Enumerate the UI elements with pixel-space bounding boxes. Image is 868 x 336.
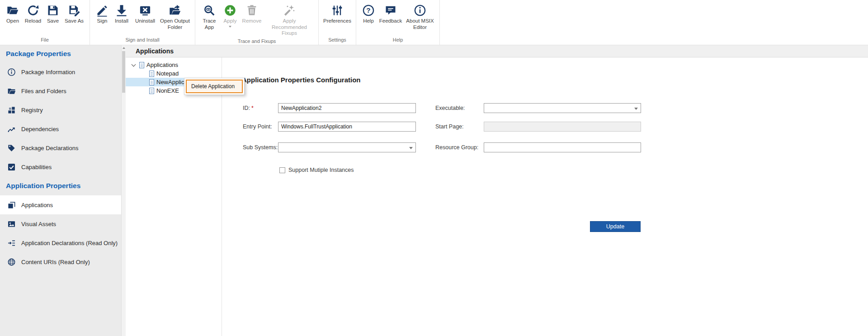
save-button[interactable]: Save xyxy=(44,2,61,25)
apply-button[interactable]: Apply xyxy=(221,2,240,28)
sidebar-item-registry[interactable]: Registry xyxy=(0,100,121,119)
apply-plus-icon xyxy=(224,3,236,18)
sidebar-item-visual-assets[interactable]: Visual Assets xyxy=(0,214,121,233)
install-button[interactable]: Install xyxy=(112,2,132,25)
page-title: Applications xyxy=(136,47,174,55)
about-msix-editor-button[interactable]: About MSIX Editor xyxy=(404,2,436,31)
sidebar-item-dependencies[interactable]: Dependencies xyxy=(0,119,121,138)
app-windows-icon xyxy=(7,201,16,209)
start-page-input xyxy=(484,122,641,132)
navigation-sidebar: Package Properties Package Information F… xyxy=(0,45,121,336)
sidebar-item-label: Package Information xyxy=(21,69,75,76)
feedback-button[interactable]: Feedback xyxy=(378,2,403,25)
button-label: Feedback xyxy=(379,18,402,24)
support-multiple-instances-checkbox[interactable] xyxy=(279,167,285,173)
resource-group-input[interactable] xyxy=(484,142,641,152)
list-arrow-icon xyxy=(7,239,16,247)
executable-dropdown[interactable] xyxy=(484,103,641,113)
uninstall-x-icon xyxy=(139,3,151,18)
open-button[interactable]: Open xyxy=(4,2,22,25)
ribbon-group-label: Trace and Fixups xyxy=(195,38,318,46)
ribbon-group-help: ? Help Feedback About MSIX Editor Help xyxy=(356,0,440,45)
open-folder-icon xyxy=(6,3,19,18)
required-asterisk: * xyxy=(251,105,254,111)
button-label: Remove xyxy=(242,18,262,24)
uninstall-button[interactable]: Uninstall xyxy=(132,2,158,25)
form-title: Application Properties Configuration xyxy=(242,76,361,84)
sidebar-item-applications[interactable]: Applications xyxy=(0,195,121,214)
id-label: ID:* xyxy=(243,103,254,113)
chevron-down-icon xyxy=(409,147,413,149)
info-circle-icon xyxy=(7,68,16,76)
scrollbar-up-arrow[interactable] xyxy=(122,45,126,51)
chevron-down-icon[interactable] xyxy=(132,62,136,66)
id-input[interactable] xyxy=(278,103,416,113)
sidebar-item-label: Applications xyxy=(21,202,53,208)
context-menu-item-delete-application[interactable]: Delete Application xyxy=(186,80,243,93)
image-icon xyxy=(7,220,16,228)
document-icon xyxy=(149,88,154,94)
save-as-icon xyxy=(68,3,80,18)
sidebar-item-package-declarations[interactable]: Package Declarations xyxy=(0,138,121,157)
reload-button[interactable]: Reload xyxy=(23,2,43,25)
sub-systems-label: Sub Systems: xyxy=(243,142,278,152)
ribbon-group-file: Open Reload Save Save As File xyxy=(0,0,90,45)
help-button[interactable]: ? Help xyxy=(360,2,377,25)
application-properties-form: Application Properties Configuration ID:… xyxy=(222,57,868,336)
chevron-down-icon xyxy=(229,26,231,28)
resource-group-label: Resource Group: xyxy=(435,142,478,152)
remove-button[interactable]: Remove xyxy=(241,2,263,25)
tag-icon xyxy=(7,144,16,152)
info-circle-icon xyxy=(414,3,426,18)
sidebar-item-content-uris[interactable]: Content URIs (Read Only) xyxy=(0,252,121,271)
tree-item-applications-root[interactable]: Applications xyxy=(126,61,222,69)
context-menu: Delete Application xyxy=(184,78,245,95)
update-button[interactable]: Update xyxy=(590,221,641,232)
save-as-button[interactable]: Save As xyxy=(62,2,86,25)
button-label: Install xyxy=(115,18,128,24)
sidebar-item-label: Content URIs (Read Only) xyxy=(21,259,90,265)
button-label: Save As xyxy=(65,18,84,24)
sidebar-item-label: Registry xyxy=(21,107,43,114)
ribbon-group-label: Sign and Install xyxy=(90,36,195,45)
button-label: About MSIX Editor xyxy=(405,18,435,30)
entry-point-input[interactable] xyxy=(278,122,416,132)
sidebar-item-capabilities[interactable]: Capabilities xyxy=(0,157,121,176)
executable-label: Executable: xyxy=(435,103,465,113)
applications-tree-panel: Applications Notepad NewApplication2 Non… xyxy=(126,57,222,336)
sliders-icon xyxy=(331,3,344,18)
button-label: Open Output Folder xyxy=(160,18,190,30)
button-label: Save xyxy=(47,18,59,24)
document-icon xyxy=(149,71,154,77)
sign-pencil-icon xyxy=(96,3,108,18)
tree-item-label: Applications xyxy=(146,62,178,68)
help-circle-icon: ? xyxy=(362,3,375,18)
ribbon-group-label: File xyxy=(0,36,90,45)
sidebar-item-label: Capabilities xyxy=(21,164,52,170)
reload-icon xyxy=(27,3,39,18)
section-title-application-properties: Application Properties xyxy=(0,176,121,195)
sign-button[interactable]: Sign xyxy=(94,2,111,25)
start-page-label: Start Page: xyxy=(435,122,464,132)
sidebar-scrollbar[interactable] xyxy=(121,45,126,336)
tree-item-notepad[interactable]: Notepad xyxy=(126,69,222,78)
open-output-folder-button[interactable]: Open Output Folder xyxy=(159,2,191,31)
trace-app-button[interactable]: Trace App xyxy=(199,2,220,31)
ribbon-group-label: Settings xyxy=(319,36,356,45)
trash-icon xyxy=(245,3,258,18)
apply-recommended-fixups-button[interactable]: Apply Recommended Fixups xyxy=(264,2,315,38)
sidebar-item-package-information[interactable]: Package Information xyxy=(0,62,121,81)
section-title-package-properties: Package Properties xyxy=(0,45,121,62)
globe-icon xyxy=(7,258,16,266)
sidebar-item-files-and-folders[interactable]: Files and Folders xyxy=(0,81,121,100)
scrollbar-thumb[interactable] xyxy=(122,51,125,93)
ribbon-group-settings: Preferences Settings xyxy=(319,0,356,45)
tree-item-label: NonEXE xyxy=(156,87,179,94)
ribbon-group-trace-fixups: Trace App Apply Remove Apply Recommend xyxy=(195,0,319,45)
entry-point-label: Entry Point: xyxy=(243,122,272,132)
sidebar-item-application-declarations[interactable]: Application Declarations (Read Only) xyxy=(0,233,121,252)
preferences-button[interactable]: Preferences xyxy=(322,2,352,25)
sub-systems-dropdown[interactable] xyxy=(278,142,416,152)
sidebar-item-label: Application Declarations (Read Only) xyxy=(21,240,118,246)
button-label: Uninstall xyxy=(135,18,155,24)
